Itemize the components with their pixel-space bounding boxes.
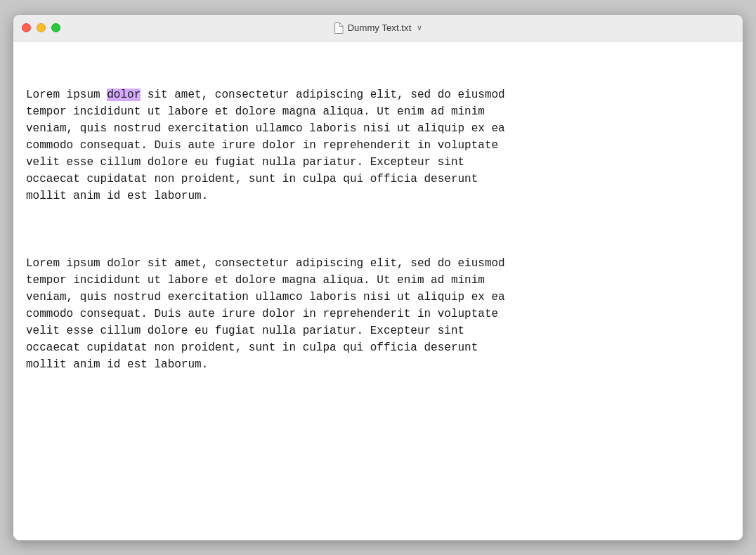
file-icon <box>334 22 344 34</box>
minimize-button[interactable] <box>37 23 46 32</box>
content-area[interactable]: Lorem ipsum dolor sit amet, consectetur … <box>13 41 743 540</box>
paragraph-2: Lorem ipsum dolor sit amet, consectetur … <box>26 255 730 373</box>
titlebar: Dummy Text.txt ∨ <box>13 15 743 41</box>
paragraph1-after-highlight: sit amet, consectetur adipiscing elit, s… <box>26 89 505 202</box>
paragraph1-before-highlight: Lorem ipsum <box>26 89 107 101</box>
traffic-lights <box>22 23 60 32</box>
paragraph-1: Lorem ipsum dolor sit amet, consectetur … <box>26 86 730 204</box>
title-chevron[interactable]: ∨ <box>417 23 422 32</box>
paragraph1-highlight: dolor <box>107 89 141 101</box>
window: Dummy Text.txt ∨ Lorem ipsum dolor sit a… <box>13 14 743 541</box>
window-title: Dummy Text.txt <box>348 22 412 33</box>
titlebar-center: Dummy Text.txt ∨ <box>334 22 423 34</box>
close-button[interactable] <box>22 23 31 32</box>
text-content: Lorem ipsum dolor sit amet, consectetur … <box>26 53 730 407</box>
maximize-button[interactable] <box>51 23 60 32</box>
